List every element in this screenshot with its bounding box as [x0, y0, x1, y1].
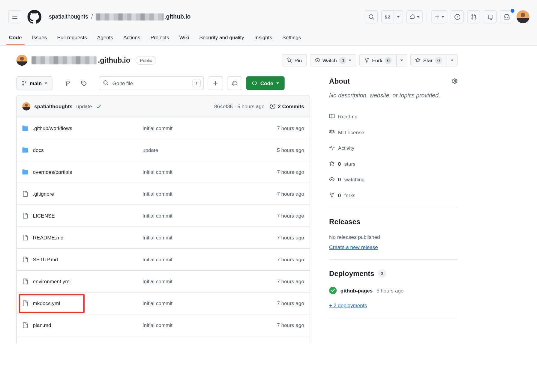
- row-commit-message-link[interactable]: Initial commit: [142, 257, 172, 262]
- copilot-button-group: [381, 10, 403, 23]
- user-avatar[interactable]: [517, 10, 530, 23]
- github-logo[interactable]: [27, 10, 41, 24]
- search-button[interactable]: [365, 10, 378, 23]
- fork-button[interactable]: Fork 0: [360, 55, 396, 66]
- sidebar-stat-watching[interactable]: 0watching: [329, 171, 458, 187]
- star-button[interactable]: Star 0: [411, 55, 446, 66]
- breadcrumb-owner-link[interactable]: spatialthoughts: [49, 13, 88, 20]
- repo-title-suffix: .github.io: [98, 56, 130, 64]
- file-name-link[interactable]: docs: [33, 147, 44, 153]
- sidebar-link-readme[interactable]: Readme: [329, 108, 458, 124]
- releases-title[interactable]: Releases: [329, 218, 458, 226]
- row-commit-time: 7 hours ago: [277, 322, 304, 328]
- deployment-item[interactable]: github-pages 5 hours ago: [329, 287, 458, 294]
- tab-wiki[interactable]: Wiki: [175, 29, 194, 45]
- file-icon: [22, 213, 28, 218]
- go-to-file-input[interactable]: [99, 76, 204, 90]
- pull-requests-dashboard-button[interactable]: [467, 10, 480, 23]
- tab-actions[interactable]: Actions: [118, 29, 145, 45]
- code-dropdown-button[interactable]: Code: [246, 76, 284, 90]
- sidebar-link-activity[interactable]: Activity: [329, 140, 458, 156]
- more-deployments-link[interactable]: + 2 deployments: [329, 303, 367, 308]
- tab-security-and-quality[interactable]: Security and quality: [194, 29, 249, 45]
- tab-settings[interactable]: Settings: [278, 29, 306, 45]
- file-name-link[interactable]: LICENSE: [33, 213, 55, 218]
- star-menu-button[interactable]: [447, 55, 457, 66]
- row-commit-message-link[interactable]: Initial commit: [142, 125, 172, 131]
- file-name-link[interactable]: README.md: [33, 235, 64, 240]
- page-title: .github.io Public: [32, 56, 156, 65]
- checks-status-icon[interactable]: [96, 103, 101, 109]
- tab-code[interactable]: Code: [4, 29, 27, 45]
- file-row: plan.md Initial commit 7 hours ago: [17, 314, 310, 336]
- breadcrumb-repo-link[interactable]: .github.io: [96, 13, 191, 20]
- tab-pull-requests[interactable]: Pull requests: [52, 29, 92, 45]
- check-circle-icon: [329, 287, 337, 294]
- file-name-link[interactable]: mkdocs.yml: [33, 300, 60, 306]
- row-commit-message-link[interactable]: Initial commit: [142, 213, 172, 218]
- row-commit-message-link[interactable]: Initial commit: [142, 191, 172, 197]
- tab-issues[interactable]: Issues: [27, 29, 52, 45]
- create-new-button[interactable]: [431, 10, 447, 23]
- agents-cloud-button[interactable]: [406, 10, 423, 23]
- cloud-icon: [410, 14, 415, 19]
- file-icon: [22, 257, 28, 262]
- row-commit-time: 7 hours ago: [277, 191, 304, 197]
- gear-icon[interactable]: [452, 78, 458, 84]
- commit-message-link[interactable]: update: [76, 103, 92, 109]
- copilot-menu-button[interactable]: [394, 10, 403, 23]
- row-commit-message-link[interactable]: Initial commit: [142, 300, 172, 306]
- branches-link[interactable]: [62, 76, 74, 90]
- sidebar-link-mit-license[interactable]: MIT license: [329, 124, 458, 140]
- keyboard-shortcut-hint: T: [193, 79, 201, 87]
- copilot-button[interactable]: [382, 10, 394, 23]
- sidebar-stat-forks[interactable]: 0forks: [329, 187, 458, 203]
- row-commit-message-link[interactable]: Initial commit: [142, 278, 172, 284]
- sidebar-stat-stars[interactable]: 0stars: [329, 156, 458, 172]
- file-row: requirements.txt Initial commit 7 hours …: [17, 336, 310, 343]
- breadcrumb-separator: /: [91, 13, 93, 20]
- file-name-link[interactable]: overrides/partials: [33, 169, 72, 175]
- create-release-link[interactable]: Create a new release: [329, 244, 378, 250]
- file-name-link[interactable]: SETUP.md: [33, 257, 58, 262]
- row-commit-message-link[interactable]: Initial commit: [142, 235, 172, 240]
- file-row: README.md Initial commit 7 hours ago: [17, 227, 310, 248]
- tags-link[interactable]: [78, 76, 89, 90]
- file-row: environment.yml Initial commit 7 hours a…: [17, 270, 310, 292]
- file-name-link[interactable]: environment.yml: [33, 278, 71, 284]
- commit-author-link[interactable]: spatialthoughts: [34, 103, 72, 109]
- commit-history-link[interactable]: 2 Commits: [270, 103, 304, 109]
- folder-icon: [22, 169, 28, 175]
- file-name-link[interactable]: .github/workflows: [33, 125, 72, 131]
- commit-author-avatar[interactable]: [22, 102, 30, 110]
- sidebar-divider: [329, 317, 458, 317]
- codespaces-cloud-button[interactable]: [227, 76, 242, 90]
- repo-owner-avatar[interactable]: [16, 55, 28, 66]
- go-to-file-search: T: [99, 76, 204, 90]
- deployments-title[interactable]: Deployments 3: [329, 269, 458, 278]
- add-file-button[interactable]: [208, 76, 223, 90]
- file-name-link[interactable]: .gitignore: [33, 191, 54, 197]
- tab-insights[interactable]: Insights: [250, 29, 277, 45]
- row-commit-message-link[interactable]: update: [142, 147, 158, 153]
- commit-sha-time[interactable]: 864ef35 · 5 hours ago: [214, 103, 265, 109]
- row-commit-time: 7 hours ago: [277, 169, 304, 175]
- issues-dashboard-button[interactable]: [451, 10, 464, 23]
- branch-selector[interactable]: main: [16, 76, 52, 90]
- fork-menu-button[interactable]: [396, 55, 407, 66]
- row-commit-message-link[interactable]: Initial commit: [142, 169, 172, 175]
- repo-sidebar: About No description, website, or topics…: [329, 76, 458, 343]
- row-commit-message-link[interactable]: Initial commit: [142, 322, 172, 328]
- file-row: LICENSE Initial commit 7 hours ago: [17, 205, 310, 227]
- pull-request-icon: [471, 14, 476, 19]
- row-commit-time: 7 hours ago: [277, 257, 304, 262]
- saved-items-button[interactable]: [484, 10, 496, 23]
- copilot-icon: [385, 14, 390, 19]
- pin-button[interactable]: Pin: [282, 54, 307, 66]
- file-row: overrides/partials Initial commit 7 hour…: [17, 161, 310, 183]
- tab-agents[interactable]: Agents: [92, 29, 118, 45]
- watch-button[interactable]: Watch 0: [310, 54, 356, 66]
- hamburger-menu-button[interactable]: [8, 10, 21, 23]
- tab-projects[interactable]: Projects: [146, 29, 174, 45]
- file-name-link[interactable]: plan.md: [33, 322, 51, 328]
